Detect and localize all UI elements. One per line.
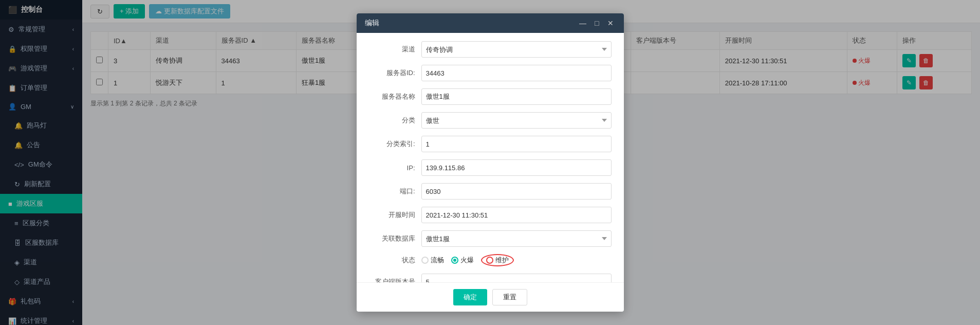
status-maintenance-label: 维护 [495, 256, 509, 265]
modal-close-button[interactable]: ✕ [605, 19, 616, 27]
modal-overlay: 编辑 — □ ✕ 渠道 传奇协调 服务器ID: 服务 [0, 0, 980, 325]
server-name-label: 服务器名称 [369, 92, 415, 101]
open-time-label: 开服时间 [369, 210, 415, 220]
modal-header-actions: — □ ✕ [577, 19, 615, 27]
modal-title: 编辑 [365, 19, 379, 28]
modal-restore-button[interactable]: □ [593, 19, 601, 27]
status-option-busy[interactable]: 火爆 [451, 256, 474, 265]
open-time-row: 开服时间 [369, 207, 612, 223]
status-row: 状态 流畅 火爆 维护 [369, 254, 612, 266]
radio-maintenance[interactable] [486, 257, 493, 264]
open-time-input[interactable] [421, 207, 612, 223]
cat-index-input[interactable] [421, 136, 612, 152]
reset-button[interactable]: 重置 [492, 289, 527, 305]
port-label: 端口: [369, 187, 415, 196]
radio-smooth[interactable] [421, 257, 429, 264]
status-smooth-label: 流畅 [431, 256, 444, 265]
port-row: 端口: [369, 183, 612, 200]
modal-header: 编辑 — □ ✕ [357, 13, 624, 33]
server-id-row: 服务器ID: [369, 65, 612, 81]
category-select[interactable]: 傲世 [421, 112, 612, 129]
client-ver-row: 客户端版本号 [369, 274, 612, 282]
radio-busy[interactable] [451, 257, 458, 264]
modal-body: 渠道 传奇协调 服务器ID: 服务器名称 分类 傲世 [357, 33, 624, 282]
status-busy-label: 火爆 [460, 256, 474, 265]
confirm-button[interactable]: 确定 [453, 289, 487, 305]
server-name-row: 服务器名称 [369, 88, 612, 105]
ip-row: IP: [369, 159, 612, 176]
client-ver-input[interactable] [421, 274, 612, 282]
cat-index-row: 分类索引: [369, 136, 612, 152]
db-row: 关联数据库 傲世1服 [369, 230, 612, 247]
modal-footer: 确定 重置 [357, 282, 624, 312]
channel-select[interactable]: 传奇协调 [421, 41, 612, 58]
ip-input[interactable] [421, 159, 612, 176]
status-option-smooth[interactable]: 流畅 [421, 256, 444, 265]
cat-index-label: 分类索引: [369, 139, 415, 149]
status-label: 状态 [369, 256, 415, 265]
edit-modal: 编辑 — □ ✕ 渠道 传奇协调 服务器ID: 服务 [357, 13, 624, 312]
server-id-label: 服务器ID: [369, 68, 415, 78]
status-radio-group: 流畅 火爆 维护 [421, 254, 612, 266]
channel-row: 渠道 传奇协调 [369, 41, 612, 58]
db-label: 关联数据库 [369, 234, 415, 243]
maintenance-highlight: 维护 [481, 254, 514, 266]
category-label: 分类 [369, 116, 415, 125]
channel-label: 渠道 [369, 45, 415, 54]
server-name-input[interactable] [421, 88, 612, 105]
modal-minimize-button[interactable]: — [577, 19, 588, 27]
status-option-maintenance[interactable]: 维护 [486, 256, 509, 265]
db-select[interactable]: 傲世1服 [421, 230, 612, 247]
ip-label: IP: [369, 164, 415, 172]
client-ver-label: 客户端版本号 [369, 277, 415, 282]
port-input[interactable] [421, 183, 612, 200]
server-id-input[interactable] [421, 65, 612, 81]
category-row: 分类 傲世 [369, 112, 612, 129]
